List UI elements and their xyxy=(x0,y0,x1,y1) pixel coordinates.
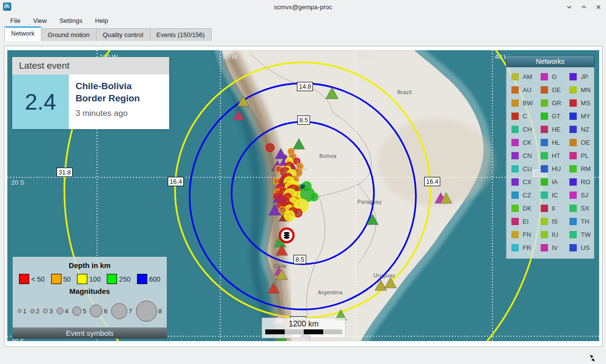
network-item[interactable]: CZ xyxy=(507,189,536,202)
latest-event-header[interactable]: Latest event xyxy=(12,57,169,75)
network-item[interactable]: US xyxy=(565,241,594,254)
network-item[interactable]: IA xyxy=(536,175,565,189)
menu-settings[interactable]: Settings xyxy=(53,15,89,26)
network-color-swatch xyxy=(569,73,577,80)
network-item[interactable]: FR xyxy=(507,241,536,254)
tab-quality-control[interactable]: Quality control xyxy=(96,28,150,41)
network-item[interactable]: NZ xyxy=(565,123,594,136)
network-item[interactable]: CK xyxy=(507,136,536,149)
network-item[interactable]: SJ xyxy=(565,189,594,202)
network-item[interactable]: PL xyxy=(565,149,594,162)
depth-label: < 50 xyxy=(31,275,45,283)
network-item[interactable]: IV xyxy=(536,241,565,254)
network-item[interactable]: SX xyxy=(565,202,594,215)
tab-ground-motion[interactable]: Ground motion xyxy=(41,28,97,41)
network-code: RO xyxy=(581,178,590,186)
network-color-swatch xyxy=(511,86,519,94)
event-circle[interactable] xyxy=(285,211,294,221)
station-triangle[interactable] xyxy=(234,110,244,120)
network-item[interactable]: IU xyxy=(536,228,565,241)
network-color-swatch xyxy=(541,152,548,159)
network-item[interactable]: CX xyxy=(507,175,536,189)
event-symbols-bar[interactable]: Event symbols xyxy=(13,327,167,339)
map-canvas[interactable]: 100 W80 W60 W40 W20 S40 S BrazilBoliviaP… xyxy=(7,50,599,341)
network-item[interactable]: C xyxy=(507,110,536,123)
menu-help[interactable]: Help xyxy=(89,15,115,26)
network-color-swatch xyxy=(511,192,519,199)
network-item[interactable]: MN xyxy=(565,83,594,96)
network-code: C xyxy=(523,113,527,120)
event-circle[interactable] xyxy=(266,144,274,152)
network-color-swatch xyxy=(569,178,577,186)
event-circle[interactable] xyxy=(294,209,302,217)
network-item[interactable]: CU xyxy=(507,162,536,175)
network-item[interactable]: HT xyxy=(536,149,565,162)
network-item[interactable]: HU xyxy=(536,162,565,175)
network-item[interactable]: G xyxy=(536,70,565,83)
network-item[interactable]: OE xyxy=(565,136,594,149)
latest-event-panel: Latest event 2.4 Chile-Bolivia Border Re… xyxy=(12,57,169,129)
network-item[interactable]: GT xyxy=(536,110,565,123)
network-item[interactable]: BW xyxy=(507,96,536,110)
tab-events-[interactable]: Events (150/156) xyxy=(150,28,212,41)
networks-panel: Networks AMAUBWCCHCKCNCUCXCZDKEIFNFRGGEG… xyxy=(506,55,594,259)
network-item[interactable]: CH xyxy=(507,123,536,136)
network-item[interactable]: CN xyxy=(507,149,536,162)
network-item[interactable]: AM xyxy=(507,70,536,83)
network-item[interactable]: JP xyxy=(565,70,594,83)
network-item[interactable]: MS xyxy=(565,96,594,110)
network-color-swatch xyxy=(511,178,519,186)
magnitude-item: 1 xyxy=(18,307,26,315)
network-item[interactable]: EI xyxy=(507,215,536,228)
network-item[interactable]: TW xyxy=(565,228,594,241)
event-circle[interactable] xyxy=(274,193,280,199)
distance-label: 16.4 xyxy=(424,177,440,186)
tab-network[interactable]: Network xyxy=(4,26,41,41)
event-circle[interactable] xyxy=(274,178,279,184)
event-circle[interactable] xyxy=(310,193,318,201)
magnitude-circle xyxy=(111,303,127,319)
network-color-swatch xyxy=(541,205,548,212)
network-item[interactable]: GR xyxy=(536,96,565,110)
depth-item: 50 xyxy=(51,274,71,284)
network-item[interactable]: AU xyxy=(507,83,536,96)
depth-item: 250 xyxy=(107,274,130,284)
network-item[interactable]: DK xyxy=(507,202,536,215)
network-code: IU xyxy=(552,231,558,238)
network-item[interactable]: TH xyxy=(565,215,594,228)
distance-label: 8.5 xyxy=(297,115,310,125)
distance-label: 8.5 xyxy=(293,255,306,264)
depth-item: < 50 xyxy=(19,274,45,284)
network-item[interactable]: II xyxy=(536,202,565,215)
close-button[interactable] xyxy=(594,3,602,11)
magnitude-circle xyxy=(43,308,48,313)
network-item[interactable]: IS xyxy=(536,215,565,228)
network-item[interactable]: RO xyxy=(565,175,594,189)
maximize-button[interactable] xyxy=(580,3,587,11)
minimize-button[interactable] xyxy=(565,3,573,11)
network-item[interactable]: HE xyxy=(536,123,565,136)
network-code: TW xyxy=(581,231,590,238)
network-item[interactable]: GE xyxy=(536,83,565,96)
network-item[interactable]: MY xyxy=(565,110,594,123)
magnitude-label: 5 xyxy=(83,307,86,315)
networks-panel-title[interactable]: Networks xyxy=(506,55,594,67)
network-code: IA xyxy=(552,178,558,186)
station-triangle[interactable] xyxy=(268,283,279,293)
network-code: FR xyxy=(523,244,531,251)
network-item[interactable]: FN xyxy=(507,228,536,241)
menu-view[interactable]: View xyxy=(27,15,53,26)
station-triangle[interactable] xyxy=(293,138,305,149)
network-code: TH xyxy=(581,218,589,225)
map-scalebar: 1200 km xyxy=(262,318,346,338)
titlebar[interactable]: scmvx@gempa-proc xyxy=(0,0,606,14)
menu-file[interactable]: File xyxy=(4,15,27,26)
network-color-swatch xyxy=(511,244,519,251)
network-item[interactable]: HL xyxy=(536,136,565,149)
network-code: AU xyxy=(523,86,531,94)
magnitude-label: 6 xyxy=(104,307,107,315)
network-item[interactable]: RM xyxy=(565,162,594,175)
network-item[interactable]: IC xyxy=(536,189,565,202)
magnitude-circle xyxy=(18,309,21,313)
depth-color-swatch xyxy=(137,274,147,284)
